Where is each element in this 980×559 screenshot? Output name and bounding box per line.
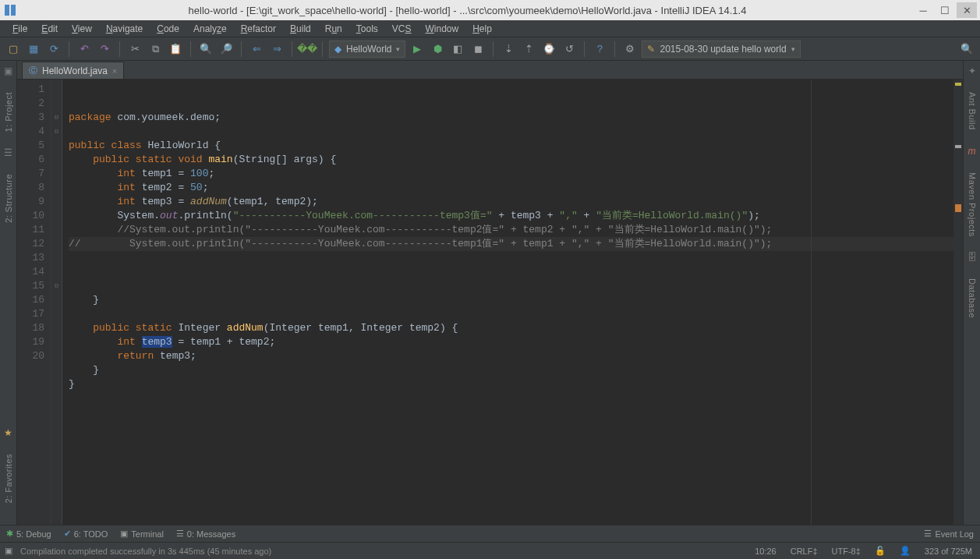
project-tool-icon[interactable]: ▣ (4, 65, 12, 76)
lock-icon[interactable]: 🔓 (872, 546, 889, 556)
line-ending[interactable]: CRLF‡ (787, 547, 821, 556)
run-config-label: HelloWorld (346, 44, 391, 55)
menu-run[interactable]: Run (319, 22, 348, 36)
vcs-message-label: 2015-08-30 update hello world (660, 44, 786, 55)
title-bar: hello-world - [E:\git_work_space\hello-w… (0, 0, 980, 20)
app-icon (3, 3, 17, 17)
tool-database[interactable]: Database (968, 278, 977, 318)
status-square-icon[interactable]: ▣ (5, 546, 12, 556)
memory-indicator[interactable]: 323 of 725M (922, 547, 975, 556)
messages-tool-tab[interactable]: ☰0: Messages (176, 529, 235, 539)
status-message: Compilation completed successfully in 3s… (20, 547, 744, 556)
cut-icon[interactable]: ✂ (126, 41, 143, 58)
maximize-button[interactable]: ☐ (935, 2, 955, 18)
editor-tab-bar: Ⓒ HelloWorld.java × (17, 61, 963, 80)
vcs-history-icon[interactable]: ⌚ (540, 41, 557, 58)
menu-code[interactable]: Code (150, 22, 186, 36)
bottom-tool-bar: ✱5: Debug ✔6: TODO ▣Terminal ☰0: Message… (0, 525, 980, 542)
maven-tool-icon[interactable]: m (968, 146, 976, 157)
forward-icon[interactable]: ⇒ (268, 41, 285, 58)
vcs-commit-icon[interactable]: ⇡ (520, 41, 537, 58)
caret-position[interactable]: 10:26 (752, 547, 780, 556)
inspector-icon[interactable]: 👤 (897, 546, 914, 556)
sync-icon[interactable]: ⟳ (45, 41, 62, 58)
menu-file[interactable]: File (6, 22, 34, 36)
event-log-tab[interactable]: ☰Event Log (924, 529, 974, 539)
structure-tool-icon[interactable]: ☰ (4, 147, 12, 158)
menu-refactor[interactable]: Refactor (235, 22, 282, 36)
fold-gutter[interactable]: ⊟⊟⊟ (51, 80, 62, 525)
editor-tab[interactable]: Ⓒ HelloWorld.java × (22, 62, 124, 79)
search-everywhere-icon[interactable]: 🔍 (958, 41, 975, 58)
minimize-button[interactable]: ─ (913, 2, 933, 18)
menu-analyze[interactable]: Analyze (187, 22, 233, 36)
favorites-tool-icon[interactable]: ★ (4, 427, 12, 438)
menu-navigate[interactable]: Navigate (100, 22, 149, 36)
tool-ant[interactable]: Ant Build (968, 92, 977, 130)
tab-label: HelloWorld.java (42, 65, 108, 76)
file-encoding[interactable]: UTF-8‡ (829, 547, 864, 556)
menu-window[interactable]: Window (419, 22, 465, 36)
right-tool-strip: ✦ Ant Build m Maven Projects 🗄 Database (963, 61, 980, 525)
status-bar: ▣ Compilation completed successfully in … (0, 542, 980, 559)
code-content[interactable]: package com.youmeek.demo; public class H… (62, 80, 953, 525)
window-title: hello-world - [E:\git_work_space\hello-w… (22, 5, 913, 16)
tab-close-icon[interactable]: × (112, 66, 117, 76)
left-tool-strip: ▣ 1: Project ☰ 2: Structure ★ 2: Favorit… (0, 61, 17, 525)
menu-view[interactable]: View (65, 22, 98, 36)
replace-icon[interactable]: 🔎 (218, 41, 235, 58)
code-editor[interactable]: 1234567891011121314151617181920 ⊟⊟⊟ pack… (17, 80, 963, 525)
menu-build[interactable]: Build (284, 22, 317, 36)
tool-project[interactable]: 1: Project (4, 92, 13, 132)
close-button[interactable]: ✕ (957, 2, 977, 18)
undo-icon[interactable]: ↶ (76, 41, 93, 58)
svg-rect-0 (5, 5, 9, 16)
open-icon[interactable]: ▢ (5, 41, 22, 58)
tool-structure[interactable]: 2: Structure (4, 174, 13, 223)
main-area: ▣ 1: Project ☰ 2: Structure ★ 2: Favorit… (0, 61, 980, 525)
save-all-icon[interactable]: ▦ (25, 41, 42, 58)
settings-icon[interactable]: ⚙ (621, 41, 639, 58)
copy-icon[interactable]: ⧉ (147, 41, 164, 58)
vcs-revert-icon[interactable]: ↺ (561, 41, 578, 58)
tool-maven[interactable]: Maven Projects (968, 172, 977, 237)
find-icon[interactable]: 🔍 (197, 41, 214, 58)
coverage-icon[interactable]: ◧ (449, 41, 466, 58)
make-icon[interactable]: �� (299, 41, 316, 58)
paste-icon[interactable]: 📋 (167, 41, 184, 58)
help-icon[interactable]: ? (591, 41, 608, 58)
menu-help[interactable]: Help (466, 22, 498, 36)
back-icon[interactable]: ⇐ (248, 41, 265, 58)
vcs-update-icon[interactable]: ⇣ (500, 41, 517, 58)
error-stripe[interactable] (953, 80, 963, 525)
menu-bar: File Edit View Navigate Code Analyze Ref… (0, 20, 980, 37)
stop-icon[interactable]: ◼ (469, 41, 486, 58)
ant-tool-icon[interactable]: ✦ (968, 65, 976, 76)
run-icon[interactable]: ▶ (409, 41, 426, 58)
tool-favorites[interactable]: 2: Favorites (4, 454, 13, 503)
vcs-message-selector[interactable]: ✎ 2015-08-30 update hello world ▾ (642, 41, 800, 58)
debug-icon[interactable]: ⬢ (429, 41, 446, 58)
menu-vcs[interactable]: VCS (386, 22, 418, 36)
toolbar: ▢ ▦ ⟳ ↶ ↷ ✂ ⧉ 📋 🔍 🔎 ⇐ ⇒ �� ◆ HelloWorld … (0, 37, 980, 61)
java-file-icon: Ⓒ (29, 65, 37, 76)
run-config-selector[interactable]: ◆ HelloWorld ▾ (329, 41, 405, 58)
todo-tool-tab[interactable]: ✔6: TODO (64, 529, 108, 539)
menu-tools[interactable]: Tools (350, 22, 384, 36)
line-number-gutter: 1234567891011121314151617181920 (17, 80, 51, 525)
svg-rect-1 (11, 5, 16, 16)
database-tool-icon[interactable]: 🗄 (968, 252, 977, 263)
terminal-tool-tab[interactable]: ▣Terminal (120, 529, 164, 539)
redo-icon[interactable]: ↷ (96, 41, 113, 58)
menu-edit[interactable]: Edit (35, 22, 64, 36)
debug-tool-tab[interactable]: ✱5: Debug (6, 529, 51, 539)
